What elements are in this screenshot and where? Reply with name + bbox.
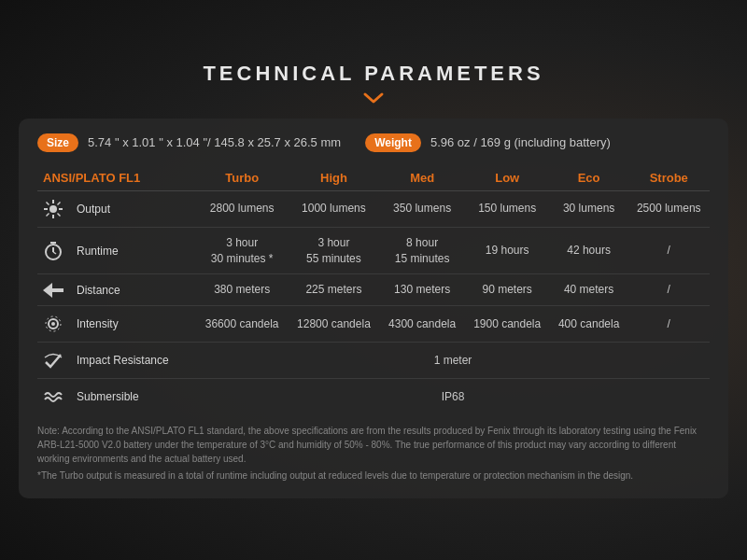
row-data-cell: 130 meters bbox=[380, 274, 465, 306]
col-header-low: Low bbox=[465, 165, 550, 191]
row-label-cell: Distance bbox=[37, 274, 196, 306]
svg-point-16 bbox=[51, 322, 55, 326]
row-data-cell: / bbox=[628, 306, 710, 343]
weight-badge: Weight bbox=[365, 133, 421, 152]
row-data-cell: 150 lumens bbox=[465, 190, 550, 227]
row-data-cell: 40 meters bbox=[550, 274, 628, 306]
row-label-text: Distance bbox=[77, 284, 120, 297]
row-label-text: Output bbox=[77, 203, 110, 216]
table-row: Intensity36600 candela12800 candela4300 … bbox=[37, 306, 710, 343]
row-label-text: Runtime bbox=[77, 245, 119, 258]
size-badge: Size bbox=[37, 133, 78, 152]
svg-marker-13 bbox=[43, 283, 52, 298]
row-label-cell: Output bbox=[37, 190, 196, 227]
row-data-cell: 225 meters bbox=[288, 274, 379, 306]
size-weight-row: Size 5.74 " x 1.01 " x 1.04 "/ 145.8 x 2… bbox=[37, 133, 710, 152]
row-data-cell: 8 hour 15 minutes bbox=[380, 227, 465, 274]
row-label-cell: Runtime bbox=[37, 227, 196, 274]
col-header-label: ANSI/PLATO FL1 bbox=[37, 165, 196, 191]
intensity-icon bbox=[43, 314, 69, 334]
svg-rect-14 bbox=[52, 288, 63, 292]
svg-line-8 bbox=[47, 213, 49, 216]
row-data-cell: 380 meters bbox=[196, 274, 288, 306]
table-row: Distance380 meters225 meters130 meters90… bbox=[37, 274, 710, 306]
notes-section: Note: According to the ANSI/PLATO FL1 st… bbox=[37, 424, 710, 483]
svg-line-7 bbox=[58, 202, 61, 204]
row-data-cell: 400 candela bbox=[550, 306, 628, 343]
row-data-cell: 30 lumens bbox=[550, 190, 628, 227]
col-header-strobe: Strobe bbox=[628, 165, 710, 191]
row-data-cell: 2800 lumens bbox=[196, 190, 288, 227]
row-label-cell: Impact Resistance bbox=[37, 343, 196, 379]
row-data-cell: / bbox=[628, 274, 710, 306]
svg-line-11 bbox=[53, 252, 56, 254]
row-data-cell: 4300 candela bbox=[380, 306, 465, 343]
chevron-icon bbox=[19, 88, 728, 109]
table-row: Impact Resistance1 meter bbox=[37, 343, 710, 379]
row-label-cell: Intensity bbox=[37, 306, 196, 343]
col-header-high: High bbox=[288, 165, 379, 191]
row-label-text: Impact Resistance bbox=[77, 354, 169, 367]
row-data-cell: 2500 lumens bbox=[628, 190, 710, 227]
row-data-cell: 1900 candela bbox=[465, 306, 550, 343]
svg-line-6 bbox=[58, 213, 61, 216]
specs-card: Size 5.74 " x 1.01 " x 1.04 "/ 145.8 x 2… bbox=[19, 119, 728, 498]
row-label-text: Intensity bbox=[77, 317, 119, 330]
svg-line-5 bbox=[47, 202, 49, 204]
row-data-cell: 350 lumens bbox=[380, 190, 465, 227]
row-data-cell: 36600 candela bbox=[196, 306, 288, 343]
row-data-cell: 19 hours bbox=[465, 227, 550, 274]
table-row: SubmersibleIP68 bbox=[37, 379, 710, 415]
page-title: TECHNICAL PARAMETERS bbox=[19, 62, 728, 86]
col-header-eco: Eco bbox=[550, 165, 628, 191]
table-row: Output2800 lumens1000 lumens350 lumens15… bbox=[37, 190, 710, 227]
note2: *The Turbo output is measured in a total… bbox=[37, 469, 710, 483]
table-row: Runtime3 hour 30 minutes *3 hour 55 minu… bbox=[37, 227, 710, 274]
row-data-cell: 42 hours bbox=[550, 227, 628, 274]
row-data-cell: 3 hour 55 minutes bbox=[288, 227, 379, 274]
size-value: 5.74 " x 1.01 " x 1.04 "/ 145.8 x 25.7 x… bbox=[88, 135, 341, 149]
specs-table: ANSI/PLATO FL1 Turbo High Med Low Eco St… bbox=[37, 165, 710, 414]
runtime-icon bbox=[43, 241, 69, 261]
row-data-cell: / bbox=[628, 227, 710, 274]
table-header-row: ANSI/PLATO FL1 Turbo High Med Low Eco St… bbox=[37, 165, 710, 191]
row-colspan-value: IP68 bbox=[196, 379, 710, 415]
submersible-icon bbox=[43, 386, 69, 407]
weight-value: 5.96 oz / 169 g (including battery) bbox=[430, 135, 611, 149]
row-label-cell: Submersible bbox=[37, 379, 196, 415]
svg-point-0 bbox=[49, 205, 57, 213]
row-data-cell: 12800 candela bbox=[288, 306, 379, 343]
row-data-cell: 1000 lumens bbox=[288, 190, 379, 227]
row-colspan-value: 1 meter bbox=[196, 343, 710, 379]
distance-icon bbox=[43, 283, 69, 298]
col-header-med: Med bbox=[380, 165, 465, 191]
row-data-cell: 3 hour 30 minutes * bbox=[196, 227, 288, 274]
impact-icon bbox=[43, 350, 69, 371]
output-icon bbox=[43, 199, 69, 219]
col-header-turbo: Turbo bbox=[196, 165, 288, 191]
row-label-text: Submersible bbox=[77, 390, 139, 403]
row-data-cell: 90 meters bbox=[465, 274, 550, 306]
note1: Note: According to the ANSI/PLATO FL1 st… bbox=[37, 424, 710, 466]
